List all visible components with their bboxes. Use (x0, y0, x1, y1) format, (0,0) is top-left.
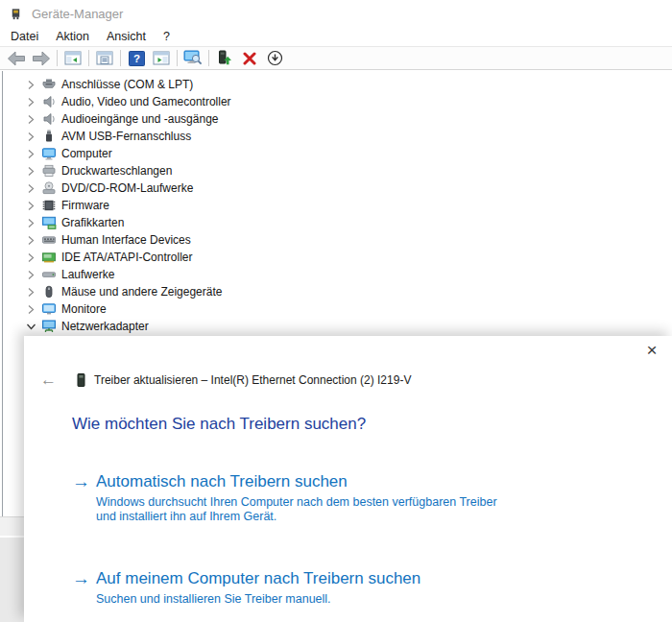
help-button[interactable]: ? (124, 48, 149, 69)
driver-search-option-manual[interactable]: →Auf meinem Computer nach Treibern suche… (72, 568, 507, 607)
tree-item-label: DVD/CD-ROM-Laufwerke (61, 181, 193, 195)
ide-controller-icon (41, 251, 57, 264)
tree-item-label: Anschlüsse (COM & LPT) (61, 78, 193, 91)
chevron-right-icon (26, 235, 36, 246)
tree-item-label: Firmware (61, 199, 109, 212)
tree-item[interactable]: AVM USB-Fernanschluss (3, 128, 672, 145)
dialog-options: →Automatisch nach Treibern suchenWindows… (72, 471, 507, 622)
serial-port-icon (41, 78, 57, 91)
menu-item-datei[interactable]: Datei (2, 29, 47, 44)
dialog-title: Treiber aktualisieren – Intel(R) Etherne… (94, 373, 411, 387)
chevron-right-icon (26, 166, 36, 177)
disable-device-button[interactable] (262, 48, 287, 69)
tree-item-label: Monitore (61, 302, 107, 316)
action-pane-button[interactable] (149, 48, 174, 69)
close-icon[interactable]: × (639, 338, 664, 363)
chevron-right-icon (26, 270, 36, 280)
tree-item-label: Mäuse und andere Zeigegeräte (61, 285, 222, 299)
menu-item-aktion[interactable]: Aktion (47, 29, 98, 44)
chevron-right-icon (26, 132, 36, 142)
back-arrow-icon[interactable]: ← (36, 371, 60, 390)
tree-item[interactable]: Human Interface Devices (3, 231, 672, 249)
tree-item-label: Druckwarteschlangen (61, 164, 172, 178)
tree-item[interactable]: Anschlüsse (COM & LPT) (3, 76, 672, 93)
properties-icon (96, 51, 113, 65)
driver-search-option-automatic[interactable]: →Automatisch nach Treibern suchenWindows… (72, 471, 507, 524)
disc-drive-icon (41, 181, 57, 195)
usb-icon (41, 130, 57, 143)
update-driver-dialog: × ← Treiber aktualisieren – Intel(R) Eth… (24, 336, 672, 622)
chevron-right-icon (26, 80, 36, 90)
update-driver-button[interactable] (212, 48, 237, 69)
uninstall-device-button[interactable] (237, 48, 262, 69)
chevron-right-icon (26, 252, 36, 263)
printer-icon (41, 164, 57, 178)
arrow-right-icon: → (72, 471, 96, 524)
device-manager-icon (9, 7, 23, 21)
scan-hardware-icon (183, 50, 203, 66)
toolbar-separator (88, 50, 89, 66)
chevron-right-icon (26, 149, 36, 159)
monitor-icon (41, 302, 57, 316)
firmware-icon (41, 199, 57, 212)
dialog-header: ← Treiber aktualisieren – Intel(R) Ether… (36, 371, 411, 390)
gpu-icon (41, 216, 57, 229)
svg-text:?: ? (132, 53, 139, 64)
toolbar-separator (120, 50, 121, 66)
window-title-bar: Geräte-Manager (0, 0, 672, 27)
uninstall-icon (242, 51, 257, 66)
scan-hardware-changes-button[interactable] (180, 48, 205, 69)
tree-item-label: Audio, Video und Gamecontroller (61, 95, 231, 108)
tree-item[interactable]: Computer (3, 145, 672, 162)
tree-item[interactable]: Firmware (3, 197, 672, 214)
back-button[interactable] (4, 48, 29, 69)
forward-arrow-icon (32, 51, 51, 66)
tree-item[interactable]: Netzwerkadapter (3, 318, 672, 335)
menu-item-hilfe[interactable]: ? (155, 29, 179, 44)
toolbar: ? (0, 46, 672, 70)
tree-item[interactable]: Audioeingänge und -ausgänge (3, 110, 672, 128)
tree-item-label: Audioeingänge und -ausgänge (61, 112, 218, 126)
action-pane-icon (153, 51, 170, 65)
menu-item-ansicht[interactable]: Ansicht (98, 29, 155, 44)
chevron-right-icon (26, 304, 36, 315)
properties-button[interactable] (92, 48, 117, 69)
option-label: Automatisch nach Treibern suchen (96, 471, 507, 492)
chevron-right-icon (26, 97, 36, 108)
window-title: Geräte-Manager (32, 7, 123, 21)
disable-device-icon (267, 50, 283, 66)
toolbar-separator (177, 50, 178, 66)
hid-icon (41, 233, 57, 247)
tree-item-label: Netzwerkadapter (61, 320, 149, 333)
computer-icon (41, 147, 57, 160)
mouse-icon (41, 285, 57, 299)
tree-item-label: IDE ATA/ATAPI-Controller (61, 251, 192, 264)
disk-drive-icon (41, 268, 57, 281)
dialog-heading: Wie möchten Sie nach Treibern suchen? (72, 415, 366, 434)
network-adapter-icon (41, 320, 57, 334)
forward-button[interactable] (29, 48, 54, 69)
chevron-right-icon (26, 201, 36, 211)
help-icon: ? (129, 51, 145, 66)
chevron-right-icon (26, 218, 36, 228)
option-description: Suchen und installieren Sie Treiber manu… (96, 592, 420, 607)
tree-item[interactable]: Monitore (3, 300, 672, 318)
tree-item[interactable]: Druckwarteschlangen (3, 162, 672, 179)
tree-item[interactable]: Audio, Video und Gamecontroller (3, 93, 672, 110)
speaker-icon (41, 95, 57, 108)
speaker-icon (41, 112, 57, 126)
option-description: Windows durchsucht Ihren Computer nach d… (96, 495, 507, 524)
tree-item[interactable]: Grafikkarten (3, 214, 672, 231)
chevron-right-icon (26, 114, 36, 125)
show-console-tree-button[interactable] (60, 48, 85, 69)
tree-item-label: Laufwerke (61, 268, 114, 281)
option-label: Auf meinem Computer nach Treibern suchen (96, 568, 420, 589)
tree-item[interactable]: IDE ATA/ATAPI-Controller (3, 249, 672, 266)
back-arrow-icon (7, 51, 26, 66)
tree-item-label: AVM USB-Fernanschluss (61, 130, 191, 143)
tree-item[interactable]: DVD/CD-ROM-Laufwerke (3, 179, 672, 197)
tree-item[interactable]: Mäuse und andere Zeigegeräte (3, 283, 672, 300)
tree-item[interactable]: Laufwerke (3, 266, 672, 283)
update-driver-icon (216, 50, 233, 66)
tree-item-label: Computer (61, 147, 112, 160)
